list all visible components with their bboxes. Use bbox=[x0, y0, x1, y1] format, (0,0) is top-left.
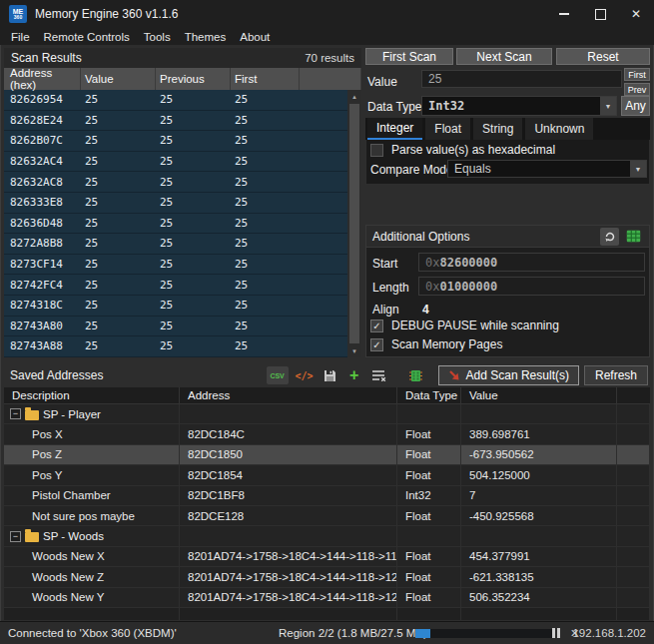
scan-cell: 25 bbox=[81, 234, 156, 254]
scan-cell: 25 bbox=[231, 296, 300, 316]
saved-cell: -450.925568 bbox=[461, 506, 617, 525]
saved-address-row[interactable]: Woods New Z8201AD74->1758->18C4->144->11… bbox=[4, 567, 650, 587]
scan-result-row[interactable]: 826333E8252525 bbox=[4, 193, 347, 214]
xml-code-icon[interactable]: </> bbox=[294, 366, 316, 384]
column-header-description[interactable]: Description bbox=[4, 387, 180, 403]
add-entry-icon[interactable]: + bbox=[345, 366, 363, 384]
refresh-range-button[interactable] bbox=[600, 228, 619, 246]
scan-result-row[interactable]: 82626954252525 bbox=[4, 90, 347, 111]
menu-tools[interactable]: Tools bbox=[137, 31, 178, 43]
tab-unknown[interactable]: Unknown bbox=[525, 118, 593, 140]
scan-cell: 25 bbox=[81, 317, 156, 336]
scan-result-row[interactable]: 8273CF14252525 bbox=[4, 255, 347, 276]
scan-result-row[interactable]: 82636D48252525 bbox=[4, 214, 347, 235]
saved-cell bbox=[4, 608, 180, 620]
menu-themes[interactable]: Themes bbox=[178, 31, 234, 43]
first-scan-button[interactable]: First Scan bbox=[365, 48, 453, 65]
memory-regions-button[interactable] bbox=[624, 228, 643, 246]
scan-cell: 25 bbox=[231, 234, 300, 254]
scan-cell: 25 bbox=[81, 90, 156, 110]
saved-address-row[interactable]: Pos X82DC184CFloat389.698761 bbox=[4, 424, 650, 444]
saved-addresses-toolbar: Saved Addresses CSV </> + bbox=[4, 363, 650, 387]
scan-cell bbox=[300, 111, 347, 131]
compare-mode-dropdown[interactable]: Equals ▼ bbox=[447, 160, 647, 178]
saved-group-row[interactable]: −SP - Woods bbox=[4, 526, 650, 546]
column-header-previous[interactable]: Previous bbox=[156, 68, 231, 90]
saved-cell bbox=[397, 608, 461, 620]
any-button[interactable]: Any bbox=[621, 96, 650, 116]
scrollbar-thumb[interactable] bbox=[349, 104, 359, 343]
scan-cell bbox=[300, 90, 347, 110]
close-button[interactable]: ✕ bbox=[618, 0, 654, 28]
column-header-data-type[interactable]: Data Type bbox=[397, 387, 461, 403]
minimize-button[interactable] bbox=[546, 0, 582, 28]
column-header-value[interactable]: Value bbox=[81, 68, 156, 90]
saved-address-row[interactable]: Pos Z82DC1850Float-673.950562 bbox=[4, 445, 650, 465]
add-scan-results-button[interactable]: Add Scan Result(s) bbox=[438, 365, 579, 385]
minimize-icon bbox=[559, 13, 569, 15]
saved-address-row[interactable]: Not sure pos maybe82DCE128Float-450.9255… bbox=[4, 506, 650, 526]
scan-result-row[interactable]: 82742FC4252525 bbox=[4, 275, 347, 296]
scan-result-row[interactable]: 8262B07C252525 bbox=[4, 131, 347, 152]
scan-cell: 25 bbox=[156, 214, 231, 234]
scan-controls-panel: First Scan Next Scan Reset Value 25 Firs… bbox=[365, 48, 650, 361]
column-header-address[interactable]: Address bbox=[180, 387, 397, 403]
delete-list-icon[interactable] bbox=[368, 366, 390, 384]
parse-hex-checkbox[interactable] bbox=[370, 144, 383, 157]
scan-cell: 25 bbox=[156, 172, 231, 192]
scan-memory-pages-checkbox[interactable]: ✓ bbox=[370, 338, 383, 351]
menu-about[interactable]: About bbox=[233, 31, 277, 43]
scan-result-row[interactable]: 82632AC8252525 bbox=[4, 172, 347, 193]
scan-cell: 82636D48 bbox=[4, 214, 81, 234]
length-input[interactable]: 0x01000000 bbox=[418, 277, 645, 296]
length-label: Length bbox=[372, 281, 409, 295]
scroll-up-icon[interactable]: ▲ bbox=[347, 90, 361, 103]
tab-float[interactable]: Float bbox=[425, 118, 470, 140]
prev-value-button[interactable]: Prev bbox=[624, 83, 650, 96]
column-header-first[interactable]: First bbox=[231, 68, 300, 90]
saved-address-row[interactable]: Woods New X8201AD74->1758->18C4->144->11… bbox=[4, 547, 650, 567]
next-scan-button[interactable]: Next Scan bbox=[456, 48, 552, 65]
saved-cell: Float bbox=[397, 424, 461, 443]
scan-result-row[interactable]: 82743A88252525 bbox=[4, 336, 347, 357]
scan-result-row[interactable]: 82743A80252525 bbox=[4, 317, 347, 337]
value-input[interactable]: 25 bbox=[421, 70, 622, 88]
scan-cell bbox=[300, 234, 347, 254]
memory-chip-icon[interactable] bbox=[406, 366, 426, 384]
first-value-button[interactable]: First bbox=[624, 68, 650, 81]
saved-address-row[interactable]: Pos Y82DC1854Float504.125000 bbox=[4, 465, 650, 485]
tab-integer[interactable]: Integer bbox=[367, 118, 422, 140]
pause-icon[interactable] bbox=[552, 628, 560, 638]
refresh-label: Refresh bbox=[595, 368, 637, 382]
start-input[interactable]: 0x82600000 bbox=[418, 253, 645, 272]
collapse-toggle[interactable]: − bbox=[10, 531, 21, 542]
saved-cell: Float bbox=[397, 547, 461, 566]
scroll-down-icon[interactable]: ▼ bbox=[347, 344, 361, 357]
menu-remote-controls[interactable]: Remote Controls bbox=[37, 31, 137, 43]
data-type-dropdown[interactable]: Int32 ▼ bbox=[421, 96, 617, 116]
scan-result-row[interactable]: 82628E24252525 bbox=[4, 111, 347, 132]
scan-result-row[interactable]: 8274318C252525 bbox=[4, 296, 347, 317]
saved-group-row[interactable]: −SP - Player bbox=[4, 404, 650, 424]
scan-cell bbox=[300, 131, 347, 151]
csv-export-icon[interactable]: CSV bbox=[267, 366, 289, 384]
close-icon: ✕ bbox=[631, 7, 641, 21]
maximize-button[interactable] bbox=[582, 0, 618, 28]
saved-cell: Float bbox=[397, 465, 461, 484]
saved-cell: 7 bbox=[461, 486, 617, 505]
saved-address-row[interactable]: Woods New Y8201AD74->1758->18C4->144->11… bbox=[4, 588, 650, 608]
scan-result-row[interactable]: 82632AC4252525 bbox=[4, 152, 347, 173]
scan-results-scrollbar[interactable]: ▲ ▼ bbox=[347, 90, 361, 357]
debug-pause-checkbox[interactable]: ✓ bbox=[370, 320, 383, 332]
collapse-toggle[interactable]: − bbox=[10, 408, 21, 419]
reset-button[interactable]: Reset bbox=[556, 48, 650, 65]
save-icon[interactable] bbox=[321, 366, 340, 384]
menu-file[interactable]: File bbox=[4, 31, 37, 43]
saved-address-row[interactable]: Pistol Chamber82DC1BF8Int327 bbox=[4, 486, 650, 506]
column-header-address[interactable]: Address (hex) bbox=[4, 68, 81, 90]
refresh-button[interactable]: Refresh bbox=[584, 365, 648, 385]
column-header-value[interactable]: Value bbox=[461, 387, 617, 403]
scan-result-row[interactable]: 8272A8B8252525 bbox=[4, 234, 347, 255]
tab-string[interactable]: String bbox=[473, 118, 522, 140]
saved-cell: 389.698761 bbox=[461, 424, 617, 443]
